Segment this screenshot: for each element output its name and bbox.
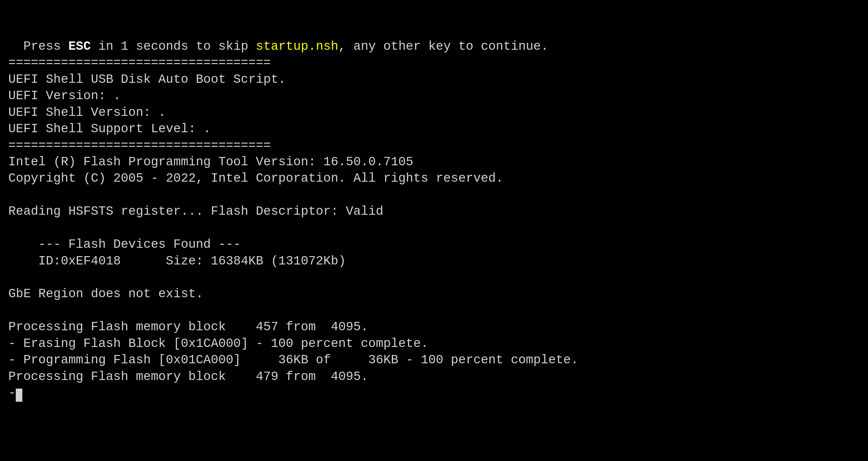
text-in-1-seconds: in 1 seconds to skip (91, 39, 256, 54)
terminal-line-1: Press ESC in 1 seconds to skip startup.n… (23, 39, 548, 54)
terminal-line-21: Processing Flash memory block 479 from 4… (8, 370, 368, 384)
terminal-line-13: --- Flash Devices Found --- (8, 237, 241, 252)
terminal-line-18: Processing Flash memory block 457 from 4… (8, 320, 368, 334)
terminal-line-3: UEFI Shell USB Disk Auto Boot Script. (8, 73, 286, 87)
text-startup-nsh: startup.nsh (256, 39, 338, 54)
terminal-line-5: UEFI Shell Version: . (8, 106, 166, 120)
terminal-line-2: =================================== (8, 56, 271, 70)
text-esc: ESC (68, 39, 91, 54)
terminal-output: Press ESC in 1 seconds to skip startup.n… (8, 5, 579, 402)
terminal-cursor (16, 388, 22, 402)
terminal-line-20: - Programming Flash [0x01CA000] 36KB of … (8, 353, 579, 367)
terminal-line-6: UEFI Shell Support Level: . (8, 122, 211, 136)
text-any-other: , any other key to continue. (338, 39, 549, 54)
terminal-line-7: =================================== (8, 139, 271, 153)
text-press: Press (23, 39, 68, 54)
terminal-line-19: - Erasing Flash Block [0x1CA000] - 100 p… (8, 337, 428, 351)
terminal-line-8: Intel (R) Flash Programming Tool Version… (8, 155, 413, 169)
terminal-line-4: UEFI Version: . (8, 89, 121, 103)
terminal-line-9: Copyright (C) 2005 - 2022, Intel Corpora… (8, 171, 503, 185)
terminal-line-22: - (8, 386, 22, 400)
terminal-line-16: GbE Region does not exist. (8, 287, 203, 301)
terminal-line-14: ID:0xEF4018 Size: 16384KB (131072Kb) (8, 254, 346, 268)
terminal-line-11: Reading HSFSTS register... Flash Descrip… (8, 204, 383, 219)
